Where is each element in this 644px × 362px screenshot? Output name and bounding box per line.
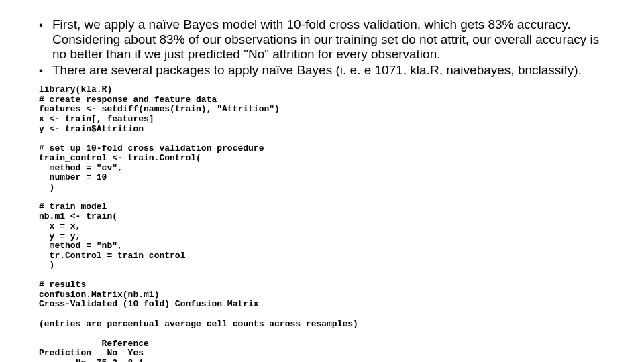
slide-content: • First, we apply a naïve Bayes model wi… (0, 0, 644, 362)
bullet-item: • First, we apply a naïve Bayes model wi… (39, 17, 605, 62)
bullet-text: There are several packages to apply naïv… (52, 63, 605, 78)
bullet-text: First, we apply a naïve Bayes model with… (52, 17, 605, 62)
bullet-item: • There are several packages to apply na… (39, 63, 605, 78)
code-block: library(kla.R) # create response and fea… (39, 85, 605, 362)
bullet-dot-icon: • (39, 63, 52, 78)
bullet-dot-icon: • (39, 17, 52, 62)
bullet-list: • First, we apply a naïve Bayes model wi… (39, 17, 605, 77)
